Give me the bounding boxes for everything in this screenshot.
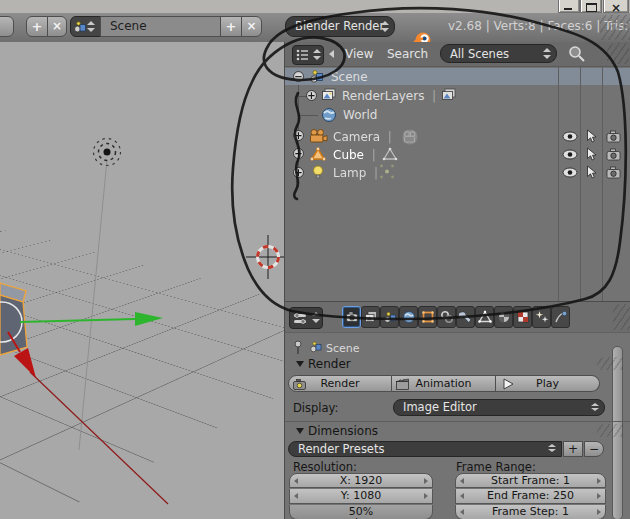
header-resize-corner[interactable] bbox=[600, 15, 630, 40]
expand-icon[interactable]: + bbox=[293, 167, 304, 178]
expand-icon[interactable]: + bbox=[306, 90, 317, 101]
camera-data-icon[interactable] bbox=[400, 128, 420, 146]
tab-constraints[interactable] bbox=[437, 306, 456, 328]
selectability-cursor-icon[interactable] bbox=[586, 147, 597, 161]
editor-type-dropdown[interactable] bbox=[292, 45, 324, 65]
slider-left-arrow-icon[interactable] bbox=[294, 478, 298, 484]
slider-right-arrow-icon[interactable] bbox=[597, 478, 601, 484]
slider-left-arrow-icon[interactable] bbox=[460, 478, 464, 484]
end-frame-slider[interactable]: End Frame: 250 bbox=[455, 489, 606, 504]
slider-left-arrow-icon[interactable] bbox=[460, 493, 464, 499]
tab-physics[interactable] bbox=[551, 306, 570, 328]
play-button[interactable]: Play bbox=[496, 375, 600, 392]
animation-button[interactable]: Animation bbox=[392, 375, 496, 392]
panel-drag-widget[interactable] bbox=[597, 357, 623, 370]
slider-left-arrow-icon[interactable] bbox=[294, 493, 298, 499]
panel-collapse-icon[interactable] bbox=[296, 428, 304, 434]
minimize-icon bbox=[564, 8, 572, 10]
tab-material[interactable] bbox=[494, 306, 513, 328]
search-icon[interactable] bbox=[567, 44, 587, 64]
updown-arrows-icon bbox=[312, 312, 320, 324]
x-axis-arrow[interactable] bbox=[14, 348, 36, 378]
window-minimize-button[interactable] bbox=[558, 0, 580, 13]
screen-delete-button[interactable]: × bbox=[47, 16, 67, 37]
render-panel-title[interactable]: Render bbox=[308, 357, 351, 371]
editor-type-dropdown[interactable] bbox=[289, 307, 323, 329]
visibility-eye-icon[interactable] bbox=[562, 167, 578, 178]
menu-view[interactable]: View bbox=[345, 47, 373, 61]
display-mode-dropdown[interactable]: All Scenes bbox=[440, 44, 557, 63]
expand-icon[interactable]: + bbox=[293, 148, 304, 159]
menu-search[interactable]: Search bbox=[387, 47, 428, 61]
tab-render[interactable] bbox=[342, 306, 361, 328]
display-dropdown[interactable]: Image Editor bbox=[393, 399, 605, 416]
tab-object[interactable] bbox=[418, 306, 437, 328]
physics-icon bbox=[554, 310, 568, 324]
expand-icon[interactable]: + bbox=[293, 130, 304, 141]
visibility-eye-icon[interactable] bbox=[562, 131, 578, 142]
outliner-corner-resize[interactable] bbox=[607, 43, 629, 64]
breadcrumb[interactable]: Scene bbox=[326, 342, 360, 355]
window-close-button[interactable]: × bbox=[603, 0, 629, 13]
tab-texture[interactable] bbox=[513, 306, 532, 328]
window-titlebar: × bbox=[0, 0, 630, 14]
tab-object-data[interactable] bbox=[475, 306, 494, 328]
pin-icon[interactable] bbox=[293, 340, 305, 355]
scene-add-button[interactable]: + bbox=[220, 16, 242, 37]
cube-object[interactable] bbox=[0, 283, 27, 355]
resolution-x-slider[interactable]: X: 1920 bbox=[289, 473, 433, 488]
scene-browse-dropdown[interactable] bbox=[70, 16, 101, 37]
scene-name-field[interactable]: Scene bbox=[100, 16, 221, 37]
viewport-3d[interactable] bbox=[0, 42, 285, 519]
render-layers-icon bbox=[364, 310, 378, 324]
slider-right-arrow-icon[interactable] bbox=[424, 493, 428, 499]
render-button[interactable]: Render bbox=[288, 375, 392, 392]
tab-modifiers[interactable] bbox=[456, 306, 475, 328]
blender-window: × + × Scene + × Blender Render bbox=[0, 0, 630, 519]
lamp-data-icon[interactable] bbox=[379, 164, 395, 179]
panel-collapse-icon[interactable] bbox=[296, 361, 304, 367]
panel-divider bbox=[285, 421, 630, 422]
world-icon bbox=[402, 310, 416, 324]
properties-corner-resize[interactable] bbox=[613, 304, 630, 330]
panel-drag-widget[interactable] bbox=[597, 424, 623, 437]
scene-unlink-button[interactable]: × bbox=[241, 16, 262, 37]
selectability-cursor-icon[interactable] bbox=[586, 165, 597, 179]
constraints-icon bbox=[440, 310, 454, 324]
preset-add-button[interactable]: + bbox=[563, 441, 583, 457]
render-animation-icon bbox=[396, 378, 409, 390]
updown-arrows-icon bbox=[591, 403, 599, 415]
visibility-eye-icon[interactable] bbox=[562, 149, 578, 160]
slider-right-arrow-icon[interactable] bbox=[597, 509, 601, 515]
collapse-menus-icon[interactable] bbox=[329, 50, 334, 58]
texture-icon bbox=[516, 310, 530, 324]
slider-right-arrow-icon[interactable] bbox=[597, 493, 601, 499]
dimensions-panel-title[interactable]: Dimensions bbox=[308, 424, 378, 438]
render-engine-dropdown[interactable]: Blender Render bbox=[285, 16, 395, 37]
screen-add-button[interactable]: + bbox=[26, 16, 48, 37]
tab-scene[interactable] bbox=[380, 306, 399, 328]
renderability-camera-icon[interactable] bbox=[606, 166, 621, 179]
window-restore-button[interactable] bbox=[580, 0, 602, 13]
collapse-icon[interactable]: − bbox=[293, 71, 304, 82]
frame-range-label: Frame Range: bbox=[456, 460, 536, 474]
tab-world[interactable] bbox=[399, 306, 418, 328]
tab-render-layers[interactable] bbox=[361, 306, 380, 328]
resolution-y-slider[interactable]: Y: 1080 bbox=[289, 489, 433, 504]
header-partial-widget[interactable] bbox=[0, 16, 14, 37]
selectability-cursor-icon[interactable] bbox=[586, 129, 597, 143]
slider-left-arrow-icon[interactable] bbox=[460, 509, 464, 515]
renderability-camera-icon[interactable] bbox=[606, 148, 621, 161]
renderability-camera-icon[interactable] bbox=[606, 130, 621, 143]
preset-remove-button[interactable]: − bbox=[584, 441, 604, 457]
resolution-label: Resolution: bbox=[293, 460, 357, 474]
scene-icon bbox=[309, 69, 324, 84]
render-icon bbox=[345, 310, 359, 324]
render-presets-dropdown[interactable]: Render Presets bbox=[288, 441, 562, 457]
y-axis-arrow[interactable] bbox=[135, 312, 163, 326]
mesh-data-icon[interactable] bbox=[382, 147, 398, 161]
slider-right-arrow-icon[interactable] bbox=[424, 478, 428, 484]
renderlayers-data-icon[interactable] bbox=[441, 88, 457, 103]
start-frame-slider[interactable]: Start Frame: 1 bbox=[455, 473, 606, 488]
tab-particles[interactable] bbox=[532, 306, 551, 328]
